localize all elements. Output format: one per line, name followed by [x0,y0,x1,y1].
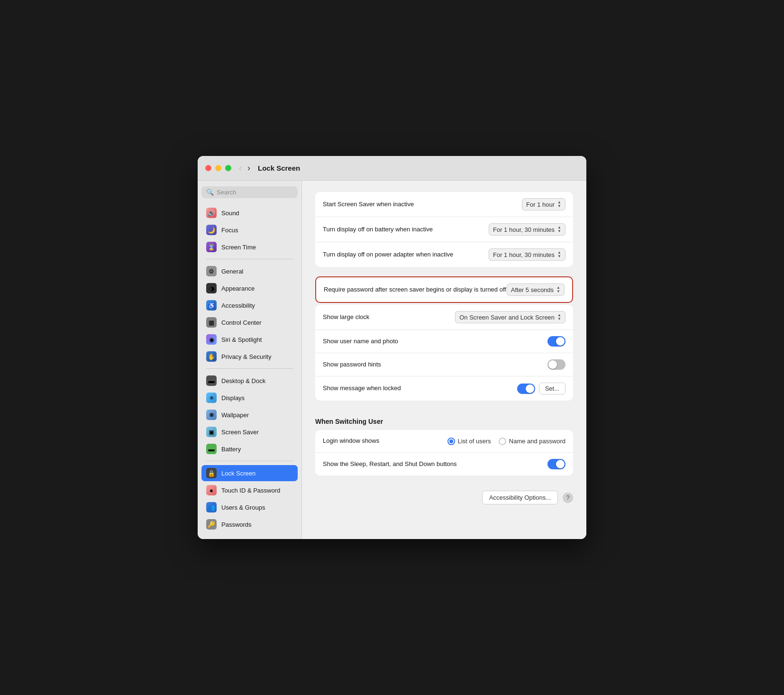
sidebar-item-lockscreen[interactable]: 🔒Lock Screen [201,465,298,481]
sidebar-label-screentime: Screen Time [221,244,256,251]
sleep-restart-toggle[interactable] [547,459,565,469]
show-large-clock-stepper[interactable]: On Screen Saver and Lock Screen ▲▼ [455,311,565,323]
screen-saver-label: Start Screen Saver when inactive [323,200,522,209]
main-content: Start Screen Saver when inactive For 1 h… [302,181,586,539]
sidebar-item-passwords[interactable]: 🔑Passwords [201,516,298,532]
sidebar-label-touchid: Touch ID & Password [221,487,280,494]
sidebar-item-battery[interactable]: ▬Battery [201,441,298,457]
radio-circle-name [499,438,506,445]
nav-arrows: ‹ › [237,162,252,174]
titlebar: ‹ › Lock Screen [198,156,586,181]
sidebar-icon-touchid: ● [206,485,217,495]
search-box[interactable]: 🔍 [201,186,298,198]
radio-name-password[interactable]: Name and password [499,438,565,445]
display-battery-row: Turn display off on battery when inactiv… [315,217,573,242]
sidebar-label-appearance: Appearance [221,285,255,292]
sidebar-item-touchid[interactable]: ●Touch ID & Password [201,482,298,498]
sidebar-icon-desktop: ▬ [206,375,217,386]
system-preferences-window: ‹ › Lock Screen 🔍 🔊Sound🌙Focus⌛Screen Ti… [198,156,586,539]
stepper-arrows-2: ▲▼ [557,251,561,258]
accessibility-options-button[interactable]: Accessibility Options... [482,491,558,504]
help-button[interactable]: ? [563,493,573,503]
show-message-locked-label: Show message when locked [323,384,517,393]
sleep-restart-row: Show the Sleep, Restart, and Shut Down b… [315,453,573,476]
screen-saver-control[interactable]: For 1 hour ▲▼ [522,198,565,210]
sidebar-label-screensaver: Screen Saver [221,429,259,436]
sidebar-item-wallpaper[interactable]: ❋Wallpaper [201,407,298,423]
bottom-bar: Accessibility Options... ? [315,485,573,506]
stepper-arrows-0: ▲▼ [557,201,561,208]
sidebar-label-general: General [221,268,243,275]
show-username-photo-row: Show user name and photo [315,330,573,353]
sidebar-item-screentime[interactable]: ⌛Screen Time [201,239,298,255]
require-password-row: Require password after screen saver begi… [316,277,572,302]
display-battery-label: Turn display off on battery when inactiv… [323,225,489,234]
display-battery-control[interactable]: For 1 hour, 30 minutes ▲▼ [489,223,565,236]
sidebar-item-sound[interactable]: 🔊Sound [201,205,298,221]
radio-list-of-users[interactable]: List of users [447,438,491,445]
show-username-photo-toggle[interactable] [547,336,565,347]
sidebar-label-sound: Sound [221,210,239,217]
screen-saver-row: Start Screen Saver when inactive For 1 h… [315,192,573,217]
sidebar-icon-screensaver: ▣ [206,427,217,437]
display-battery-stepper[interactable]: For 1 hour, 30 minutes ▲▼ [489,223,565,236]
display-adapter-control[interactable]: For 1 hour, 30 minutes ▲▼ [489,248,565,261]
display-adapter-stepper[interactable]: For 1 hour, 30 minutes ▲▼ [489,248,565,261]
sidebar: 🔍 🔊Sound🌙Focus⌛Screen Time⚙General◑Appea… [198,181,302,539]
sidebar-icon-controlcenter: ▦ [206,317,217,328]
sleep-restart-control[interactable] [547,459,565,469]
sidebar-label-passwords: Passwords [221,521,252,528]
require-password-control[interactable]: After 5 seconds ▲▼ [507,283,565,296]
show-password-hints-label: Show password hints [323,360,547,369]
sidebar-label-accessibility: Accessibility [221,302,255,309]
toggle-knob-sleep [556,460,565,468]
show-large-clock-control[interactable]: On Screen Saver and Lock Screen ▲▼ [455,311,565,323]
sidebar-icon-siri: ◉ [206,334,217,345]
maximize-button[interactable] [225,165,231,171]
sidebar-item-privacy[interactable]: ✋Privacy & Security [201,348,298,365]
sidebar-item-focus[interactable]: 🌙Focus [201,222,298,238]
sidebar-item-general[interactable]: ⚙General [201,263,298,279]
sidebar-item-siri[interactable]: ◉Siri & Spotlight [201,331,298,348]
sidebar-icon-privacy: ✋ [206,351,217,362]
sidebar-item-displays[interactable]: ✳Displays [201,390,298,406]
more-settings-section: Show large clock On Screen Saver and Loc… [315,305,573,401]
sidebar-item-users[interactable]: 👥Users & Groups [201,499,298,515]
sidebar-item-accessibility[interactable]: ♿Accessibility [201,297,298,313]
toggle-knob [556,337,565,346]
sidebar-item-screensaver[interactable]: ▣Screen Saver [201,424,298,440]
set-message-button[interactable]: Set... [539,383,565,394]
show-username-photo-control[interactable] [547,336,565,347]
show-password-hints-toggle[interactable] [547,359,565,370]
sidebar-icon-battery: ▬ [206,444,217,454]
sidebar-label-battery: Battery [221,446,241,453]
show-message-locked-control[interactable]: Set... [517,383,565,394]
screen-saver-stepper[interactable]: For 1 hour ▲▼ [522,198,565,210]
search-input[interactable] [217,189,293,196]
sidebar-icon-screentime: ⌛ [206,242,217,252]
back-button[interactable]: ‹ [237,162,244,174]
login-window-label: Login window shows [323,437,447,445]
show-password-hints-control[interactable] [547,359,565,370]
require-password-label: Require password after screen saver begi… [324,285,507,294]
forward-button[interactable]: › [246,162,252,174]
require-password-stepper[interactable]: After 5 seconds ▲▼ [507,283,565,296]
sidebar-divider [206,461,293,461]
sidebar-label-siri: Siri & Spotlight [221,336,262,343]
show-username-photo-label: Show user name and photo [323,337,547,346]
close-button[interactable] [205,165,211,171]
toggle-knob-3 [526,384,534,393]
show-message-locked-toggle[interactable] [517,384,535,394]
sidebar-item-desktop[interactable]: ▬Desktop & Dock [201,373,298,389]
sidebar-icon-focus: 🌙 [206,225,217,235]
sidebar-item-appearance[interactable]: ◑Appearance [201,280,298,296]
sidebar-item-controlcenter[interactable]: ▦Control Center [201,314,298,330]
sidebar-icon-passwords: 🔑 [206,519,217,530]
sidebar-icon-sound: 🔊 [206,208,217,218]
switching-user-settings: Login window shows List of users Name an… [315,430,573,476]
login-window-row: Login window shows List of users Name an… [315,430,573,453]
minimize-button[interactable] [215,165,221,171]
content-area: 🔍 🔊Sound🌙Focus⌛Screen Time⚙General◑Appea… [198,181,586,539]
sidebar-label-lockscreen: Lock Screen [221,470,255,477]
show-large-clock-row: Show large clock On Screen Saver and Loc… [315,305,573,330]
